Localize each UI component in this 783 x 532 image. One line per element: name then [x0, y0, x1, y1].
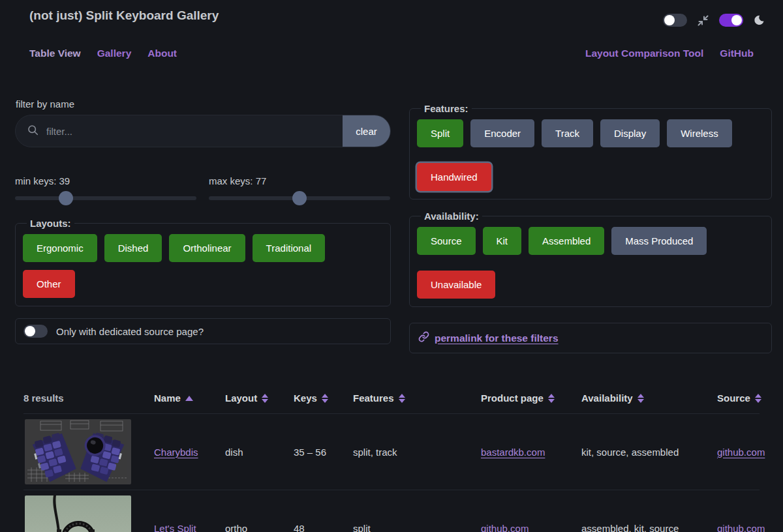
filters-panel: filter by name clear min keys: 39 — [0, 98, 783, 353]
source-only-toggle[interactable] — [23, 325, 48, 338]
results-count: 8 results — [23, 392, 154, 404]
feature-filter-split[interactable]: Split — [417, 119, 463, 147]
feature-filter-display[interactable]: Display — [600, 119, 660, 147]
layout-filter-ergonomic[interactable]: Ergonomic — [23, 234, 97, 262]
toggle-knob — [664, 15, 675, 25]
source-only-toggle-box: Only with dedicated source page? — [15, 318, 391, 344]
row-name-link[interactable]: Charybdis — [154, 447, 198, 458]
max-keys-slider-thumb[interactable] — [292, 191, 307, 205]
dark-mode-toggle[interactable] — [719, 14, 743, 27]
row-layout: ortho — [225, 523, 294, 532]
feature-filter-track[interactable]: Track — [542, 119, 593, 147]
feature-filter-wireless[interactable]: Wireless — [667, 119, 732, 147]
toggle-knob — [731, 15, 742, 25]
compact-view-toggle[interactable] — [663, 14, 687, 27]
nav-gallery[interactable]: Gallery — [97, 48, 132, 59]
permalink-link[interactable]: permalink for these filters — [418, 331, 559, 345]
column-header-keys[interactable]: Keys — [294, 392, 353, 404]
column-header-source[interactable]: Source — [717, 392, 761, 404]
column-header-layout[interactable]: Layout — [225, 392, 294, 404]
row-layout: dish — [225, 447, 294, 458]
availability-filter-unavailable[interactable]: Unavailable — [417, 271, 495, 299]
row-keys: 48 — [294, 523, 353, 532]
charybdis-keyboard-photo — [25, 419, 131, 484]
layouts-legend: Layouts: — [27, 218, 74, 229]
name-filter-input[interactable] — [45, 125, 343, 138]
row-availability: assembled, kit, source — [581, 523, 717, 532]
layouts-fieldset: Layouts: Ergonomic Dished Ortholinear Tr… — [15, 218, 391, 306]
source-only-label: Only with dedicated source page? — [56, 326, 204, 337]
layout-filter-traditional[interactable]: Traditional — [253, 234, 325, 262]
availability-filter-mass-produced[interactable]: Mass Produced — [611, 227, 707, 255]
sort-both-icon — [548, 394, 555, 403]
sort-both-icon — [322, 394, 328, 403]
column-header-features[interactable]: Features — [353, 392, 481, 404]
availability-fieldset: Availability: Source Kit Assembled Mass … — [409, 211, 772, 307]
availability-filter-source[interactable]: Source — [417, 227, 476, 255]
permalink-box: permalink for these filters — [409, 323, 772, 353]
row-features: split, track — [353, 447, 481, 458]
layout-filter-dished[interactable]: Dished — [104, 234, 162, 262]
features-legend: Features: — [421, 103, 472, 114]
nav-github[interactable]: GitHub — [720, 48, 754, 59]
sort-asc-icon — [185, 396, 193, 401]
row-availability: kit, source, assembled — [581, 447, 717, 458]
row-product-page-link[interactable]: bastardkb.com — [481, 447, 545, 458]
availability-legend: Availability: — [421, 211, 482, 222]
name-filter: clear — [15, 115, 391, 147]
compress-arrows-icon — [697, 14, 709, 27]
column-header-product-page[interactable]: Product page — [481, 392, 581, 404]
nav-layout-comparison-tool[interactable]: Layout Comparison Tool — [585, 48, 703, 59]
min-keys-slider[interactable] — [15, 196, 196, 200]
lets-split-keyboard-photo — [25, 495, 131, 532]
toggle-knob — [25, 326, 35, 336]
min-keys-value: 39 — [59, 175, 70, 186]
nav-about[interactable]: About — [147, 48, 177, 59]
sort-both-icon — [262, 394, 268, 403]
column-header-name[interactable]: Name — [154, 392, 225, 404]
column-header-availability[interactable]: Availability — [581, 392, 717, 404]
features-fieldset: Features: Split Encoder Track Display Wi… — [409, 103, 772, 200]
max-keys-slider[interactable] — [209, 196, 390, 200]
name-filter-label: filter by name — [16, 98, 391, 110]
clear-filter-button[interactable]: clear — [343, 115, 390, 147]
sort-both-icon — [399, 394, 405, 403]
max-keys-value: 77 — [256, 175, 267, 186]
row-source-link[interactable]: github.com — [717, 447, 765, 458]
max-keys-slider-group: max keys: 77 — [209, 175, 390, 200]
min-keys-label: min keys: 39 — [15, 175, 196, 186]
feature-filter-handwired[interactable]: Handwired — [417, 163, 491, 191]
link-icon — [418, 331, 429, 345]
availability-filter-kit[interactable]: Kit — [483, 227, 522, 255]
max-keys-label: max keys: 77 — [209, 175, 390, 186]
table-row: Let's Split ortho 48 split github.com as… — [23, 490, 760, 532]
feature-filter-encoder[interactable]: Encoder — [470, 119, 534, 147]
row-product-page-link[interactable]: github.com — [481, 523, 529, 532]
header-controls — [663, 14, 765, 27]
row-source-link[interactable]: github.com — [717, 523, 765, 532]
row-keys: 35 – 56 — [294, 447, 353, 458]
main-nav: Table View Gallery About Layout Comparis… — [29, 48, 754, 59]
table-header-row: 8 results Name Layout Keys Features Prod… — [23, 383, 760, 414]
row-features: split — [353, 523, 481, 532]
sort-both-icon — [755, 394, 761, 403]
sort-both-icon — [637, 394, 644, 403]
layout-filter-ortholinear[interactable]: Ortholinear — [169, 234, 245, 262]
nav-table-view[interactable]: Table View — [29, 48, 81, 59]
table-row: Charybdis dish 35 – 56 split, track bast… — [23, 414, 760, 490]
min-keys-slider-group: min keys: 39 — [15, 175, 196, 200]
moon-icon — [753, 14, 765, 26]
row-name-link[interactable]: Let's Split — [154, 523, 196, 532]
availability-filter-assembled[interactable]: Assembled — [529, 227, 604, 255]
results-table: 8 results Name Layout Keys Features Prod… — [23, 383, 760, 532]
layout-filter-other[interactable]: Other — [23, 270, 75, 298]
search-icon — [27, 125, 38, 138]
min-keys-slider-thumb[interactable] — [59, 191, 73, 205]
